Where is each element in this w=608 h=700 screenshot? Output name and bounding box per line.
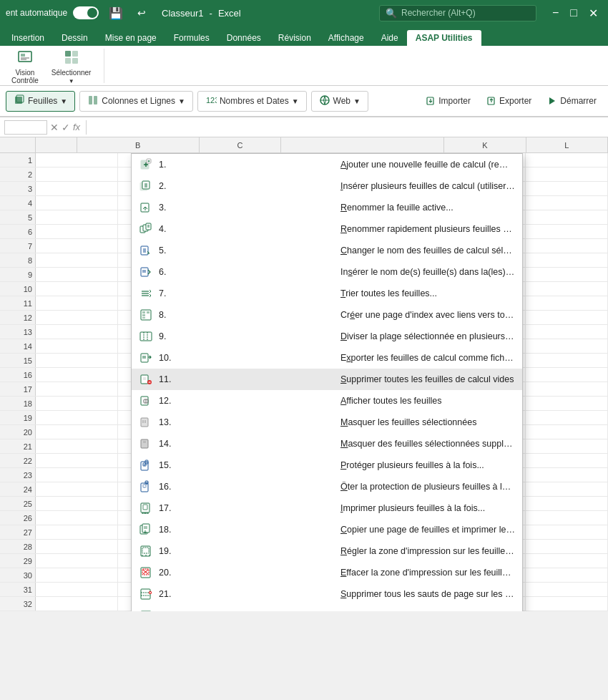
search-bar[interactable]: 🔍 bbox=[379, 5, 536, 21]
cell[interactable] bbox=[36, 354, 118, 367]
menu-item-13[interactable]: 13. Masquer les feuilles sélectionnées bbox=[132, 412, 522, 433]
menu-item-18[interactable]: 18. Copier une page de feuilles et impri… bbox=[132, 519, 522, 540]
cell[interactable] bbox=[526, 511, 608, 525]
tab-formules[interactable]: Formules bbox=[165, 30, 218, 46]
exporter-button[interactable]: Exporter bbox=[481, 94, 537, 108]
save-button[interactable]: 💾 bbox=[104, 5, 127, 21]
menu-item-20[interactable]: 20. Effacer la zone d'impression sur les… bbox=[132, 562, 522, 583]
col-header-k[interactable]: K bbox=[444, 137, 526, 152]
tab-asap-utilities[interactable]: ASAP Utilities bbox=[407, 30, 481, 46]
cell[interactable] bbox=[526, 525, 608, 539]
cell[interactable] bbox=[526, 268, 608, 281]
web-dropdown-btn[interactable]: Web ▼ bbox=[311, 91, 368, 112]
cell[interactable] bbox=[526, 153, 608, 167]
cell[interactable] bbox=[526, 311, 608, 324]
cell[interactable] bbox=[36, 210, 118, 224]
cell[interactable] bbox=[526, 568, 608, 582]
cell[interactable] bbox=[36, 382, 118, 396]
cell[interactable] bbox=[36, 339, 118, 353]
cell[interactable] bbox=[36, 167, 118, 181]
menu-item-17[interactable]: 17. Imprimer plusieurs feuilles à la foi… bbox=[132, 497, 522, 519]
nombres-dropdown-btn[interactable]: 123 Nombres et Dates ▼ bbox=[197, 91, 307, 112]
cell[interactable] bbox=[36, 282, 118, 296]
cell[interactable] bbox=[526, 239, 608, 253]
col-header-l[interactable]: L bbox=[526, 137, 608, 152]
menu-item-22[interactable]: 22. Figer les volets sur plusieurs feuil… bbox=[132, 605, 522, 611]
cell[interactable] bbox=[526, 167, 608, 181]
cell[interactable] bbox=[526, 411, 608, 424]
tab-mise-en-page[interactable]: Mise en page bbox=[97, 30, 165, 46]
cell[interactable] bbox=[526, 382, 608, 396]
menu-item-9[interactable]: 9. Diviser la plage sélectionnée en plus… bbox=[132, 326, 522, 347]
cell[interactable] bbox=[36, 268, 118, 281]
autosave-toggle[interactable] bbox=[73, 6, 99, 19]
cell[interactable] bbox=[526, 554, 608, 568]
cell[interactable] bbox=[36, 296, 118, 310]
cell[interactable] bbox=[526, 540, 608, 553]
menu-item-6[interactable]: 6. Insérer le nom de(s) feuille(s) dans … bbox=[132, 261, 522, 283]
cell-reference-input[interactable] bbox=[4, 120, 47, 135]
cell[interactable] bbox=[36, 239, 118, 253]
cell[interactable] bbox=[36, 597, 118, 611]
maximize-button[interactable]: □ bbox=[566, 5, 582, 21]
tab-affichage[interactable]: Affichage bbox=[320, 30, 373, 46]
menu-item-11[interactable]: 11. Supprimer toutes les feuilles de cal… bbox=[132, 369, 522, 390]
cell[interactable] bbox=[526, 468, 608, 482]
menu-item-2[interactable]: 2. Insérer plusieurs feuilles de calcul … bbox=[132, 175, 522, 197]
cell[interactable] bbox=[36, 511, 118, 525]
col-header-c[interactable]: C bbox=[200, 137, 281, 152]
cell[interactable] bbox=[36, 525, 118, 539]
colonnes-dropdown-btn[interactable]: Colonnes et Lignes ▼ bbox=[79, 91, 193, 112]
cell[interactable] bbox=[526, 354, 608, 367]
cell[interactable] bbox=[526, 597, 608, 611]
cell[interactable] bbox=[526, 397, 608, 410]
importer-button[interactable]: Importer bbox=[420, 94, 476, 108]
menu-item-12[interactable]: 12. Afficher toutes les feuilles bbox=[132, 390, 522, 412]
cell[interactable] bbox=[526, 368, 608, 381]
menu-item-8[interactable]: 8. Créer une page d'index avec liens ver… bbox=[132, 304, 522, 326]
cell[interactable] bbox=[526, 182, 608, 195]
cell[interactable] bbox=[36, 554, 118, 568]
cell[interactable] bbox=[36, 253, 118, 267]
cell[interactable] bbox=[526, 425, 608, 439]
cell[interactable] bbox=[526, 339, 608, 353]
cell[interactable] bbox=[36, 454, 118, 467]
col-header-a[interactable] bbox=[36, 137, 77, 152]
cell[interactable] bbox=[526, 196, 608, 210]
cell[interactable] bbox=[526, 296, 608, 310]
menu-item-10[interactable]: 10. Exporter les feuilles de calcul comm… bbox=[132, 347, 522, 369]
cell[interactable] bbox=[526, 325, 608, 339]
menu-item-15[interactable]: 15. Protéger plusieurs feuilles à la foi… bbox=[132, 454, 522, 476]
cell[interactable] bbox=[36, 311, 118, 324]
vision-controle-button[interactable]: VisionContrôle bbox=[6, 44, 44, 87]
cell[interactable] bbox=[36, 225, 118, 238]
cell[interactable] bbox=[36, 182, 118, 195]
cell[interactable] bbox=[526, 225, 608, 238]
feuilles-dropdown-btn[interactable]: Feuilles ▼ bbox=[6, 91, 75, 112]
cell[interactable] bbox=[526, 282, 608, 296]
cell[interactable] bbox=[36, 540, 118, 553]
demarrer-button[interactable]: Démarrer bbox=[541, 94, 602, 108]
cell[interactable] bbox=[36, 439, 118, 453]
col-header-b[interactable]: B bbox=[77, 137, 200, 152]
menu-item-19[interactable]: 19. Régler la zone d'impression sur les … bbox=[132, 540, 522, 562]
cell[interactable] bbox=[36, 325, 118, 339]
tab-dessin[interactable]: Dessin bbox=[53, 30, 97, 46]
menu-item-1[interactable]: 1. Ajouter une nouvelle feuille de calcu… bbox=[132, 154, 522, 175]
close-button[interactable]: ✕ bbox=[584, 5, 602, 21]
menu-item-16[interactable]: 16. Ôter la protection de plusieurs feui… bbox=[132, 476, 522, 497]
menu-item-3[interactable]: 3. Renommer la feuille active... bbox=[132, 197, 522, 218]
cell[interactable] bbox=[36, 153, 118, 167]
cell[interactable] bbox=[526, 497, 608, 510]
cell[interactable] bbox=[36, 482, 118, 496]
cell[interactable] bbox=[36, 397, 118, 410]
cell[interactable] bbox=[36, 411, 118, 424]
undo-button[interactable]: ↩ bbox=[133, 6, 150, 20]
cell[interactable] bbox=[36, 497, 118, 510]
menu-item-14[interactable]: 14. Masquer des feuilles sélectionnées s… bbox=[132, 433, 522, 454]
search-input[interactable] bbox=[401, 8, 523, 18]
col-header-d[interactable] bbox=[281, 137, 444, 152]
tab-revision[interactable]: Révision bbox=[270, 30, 320, 46]
tab-donnees[interactable]: Données bbox=[218, 30, 270, 46]
formula-input[interactable] bbox=[92, 122, 604, 132]
